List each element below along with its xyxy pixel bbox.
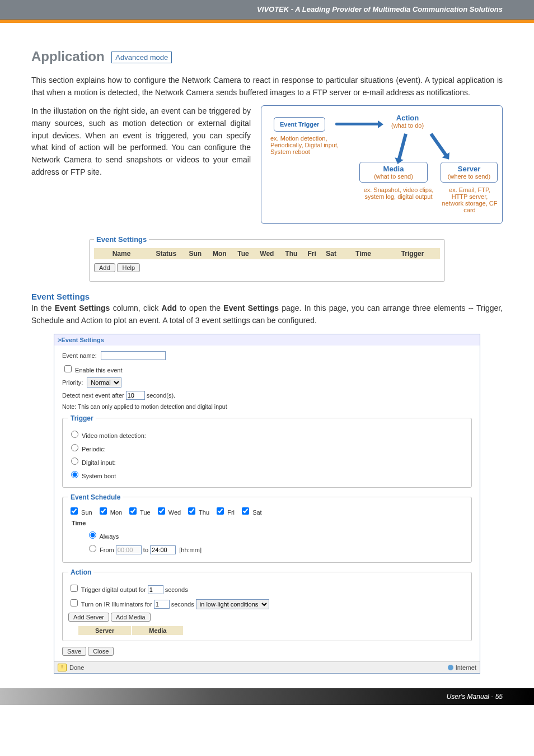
help-button[interactable]: Help bbox=[117, 263, 140, 272]
diagram-action-sub: (what to do) bbox=[391, 122, 424, 129]
action-legend: Action bbox=[68, 568, 93, 576]
day-thu-label: Thu bbox=[199, 509, 209, 516]
arrow-down-right-icon bbox=[430, 133, 448, 157]
arrow-right-icon bbox=[335, 123, 379, 125]
diagram-server-sub: (where to send) bbox=[441, 173, 497, 180]
day-fri-checkbox[interactable] bbox=[217, 507, 224, 515]
diagram-media-title: Media bbox=[360, 165, 427, 173]
save-button[interactable]: Save bbox=[62, 647, 86, 656]
time-to-label: to bbox=[143, 547, 148, 553]
event-settings-body: In the Event Settings column, click Add … bbox=[31, 302, 503, 326]
col-fri: Fri bbox=[303, 248, 321, 259]
status-internet: Internet bbox=[448, 664, 476, 671]
day-sat-label: Sat bbox=[252, 509, 262, 516]
illustration-paragraph: In the illustation on the right side, an… bbox=[31, 105, 251, 178]
trigger-system-boot-radio[interactable] bbox=[71, 471, 78, 478]
time-from-label: From bbox=[100, 547, 114, 553]
col-tue: Tue bbox=[232, 248, 254, 259]
advanced-mode-badge: Advanced mode bbox=[111, 52, 172, 63]
day-tue-label: Tue bbox=[140, 509, 151, 516]
globe-icon bbox=[448, 665, 453, 670]
es-body-b1: Event Settings bbox=[55, 304, 110, 312]
time-always-radio[interactable] bbox=[89, 531, 96, 539]
day-sun-label: Sun bbox=[81, 509, 92, 516]
col-trigger: Trigger bbox=[385, 248, 440, 259]
day-sat-checkbox[interactable] bbox=[242, 507, 249, 515]
page-title: Application Advanced mode bbox=[31, 49, 503, 64]
diagram-event-trigger: Event Trigger bbox=[274, 117, 325, 132]
trigger-periodic-label: Periodic: bbox=[82, 446, 106, 452]
add-media-button[interactable]: Add Media bbox=[111, 613, 151, 622]
page-title-text: Application bbox=[31, 49, 105, 64]
diagram-example-trigger: ex. Motion detection, Periodically, Digi… bbox=[270, 135, 349, 155]
event-settings-dialog: >Event Settings Event name: Enable this … bbox=[54, 334, 480, 674]
col-thu: Thu bbox=[280, 248, 303, 259]
diagram-media: Media (what to send) bbox=[359, 162, 428, 183]
day-wed-checkbox[interactable] bbox=[158, 507, 165, 515]
add-server-button[interactable]: Add Server bbox=[68, 613, 109, 622]
add-button[interactable]: Add bbox=[94, 263, 115, 272]
media-column-header: Media bbox=[132, 626, 183, 635]
diagram-media-sub: (what to send) bbox=[360, 173, 427, 180]
priority-label: Priority: bbox=[62, 379, 83, 386]
status-done: ! Done bbox=[58, 664, 84, 671]
trigger-digital-input-label: Digital input: bbox=[82, 459, 116, 466]
diagram-server-title: Server bbox=[441, 165, 497, 173]
trigger-video-motion-radio[interactable] bbox=[71, 431, 78, 438]
es-body-b3: Event Settings bbox=[223, 304, 279, 312]
day-tue-checkbox[interactable] bbox=[129, 507, 137, 515]
doc-header: VIVOTEK - A Leading Provider of Multimed… bbox=[0, 0, 534, 20]
browser-status-bar: ! Done Internet bbox=[54, 661, 480, 673]
event-name-input[interactable] bbox=[101, 351, 166, 360]
trigger-periodic-radio[interactable] bbox=[71, 444, 78, 451]
trigger-do-value-input[interactable] bbox=[148, 585, 163, 594]
day-thu-checkbox[interactable] bbox=[188, 507, 195, 515]
es-body-2: column, click bbox=[113, 304, 162, 312]
action-fieldset: Action Trigger digital output for second… bbox=[62, 568, 472, 641]
priority-select[interactable]: Normal bbox=[87, 377, 121, 388]
diagram-action: Action (what to do) bbox=[391, 114, 424, 129]
detect-note: Note: This can only applied to motion de… bbox=[62, 403, 472, 410]
time-range-radio[interactable] bbox=[89, 545, 96, 552]
intro-paragraph: This section explains how to configure t… bbox=[31, 74, 503, 99]
event-table: Name Status Sun Mon Tue Wed Thu Fri Sat … bbox=[94, 248, 440, 259]
col-wed: Wed bbox=[254, 248, 280, 259]
ir-checkbox[interactable] bbox=[71, 599, 78, 606]
event-settings-heading: Event Settings bbox=[31, 292, 503, 301]
time-always-label: Always bbox=[99, 533, 119, 540]
event-settings-legend: Event Settings bbox=[94, 235, 149, 244]
trigger-fieldset: Trigger Video motion detection: Periodic… bbox=[62, 414, 472, 488]
detect-seconds-input[interactable] bbox=[126, 391, 145, 400]
es-body-b2: Add bbox=[162, 304, 177, 312]
ir-condition-select[interactable]: in low-light conditions bbox=[196, 599, 269, 609]
diagram-example-media: ex. Snapshot, video clips, system log, d… bbox=[359, 186, 438, 200]
warning-icon: ! bbox=[58, 664, 67, 671]
page-footer: User's Manual - 55 bbox=[0, 688, 534, 705]
day-mon-label: Mon bbox=[110, 509, 122, 516]
day-mon-checkbox[interactable] bbox=[100, 507, 107, 515]
doc-header-title: VIVOTEK - A Leading Provider of Multimed… bbox=[257, 5, 503, 13]
trigger-digital-input-radio[interactable] bbox=[71, 458, 78, 465]
schedule-legend: Event Schedule bbox=[68, 493, 123, 501]
es-body-1: In the bbox=[31, 304, 55, 312]
ir-value-input[interactable] bbox=[154, 600, 170, 609]
day-fri-label: Fri bbox=[227, 509, 235, 516]
time-from-input[interactable] bbox=[116, 545, 142, 554]
trigger-do-suffix: seconds bbox=[165, 586, 188, 593]
col-status: Status bbox=[149, 248, 184, 259]
diagram-example-server: ex. Email, FTP, HTTP server, network sto… bbox=[441, 186, 499, 213]
status-done-text: Done bbox=[69, 664, 84, 670]
col-time: Time bbox=[341, 248, 385, 259]
diagram-server: Server (where to send) bbox=[441, 162, 498, 183]
trigger-legend: Trigger bbox=[68, 414, 96, 422]
close-button[interactable]: Close bbox=[88, 647, 114, 656]
time-hhmm-hint: [hh:mm] bbox=[179, 547, 202, 553]
trigger-do-prefix: Trigger digital output for bbox=[81, 586, 146, 593]
enable-event-checkbox[interactable] bbox=[64, 365, 72, 372]
day-wed-label: Wed bbox=[168, 509, 181, 516]
trigger-do-checkbox[interactable] bbox=[71, 585, 78, 592]
server-media-table: Server Media bbox=[77, 625, 184, 636]
day-sun-checkbox[interactable] bbox=[71, 507, 78, 515]
time-to-input[interactable] bbox=[150, 545, 176, 554]
arrow-down-left-icon bbox=[397, 134, 407, 161]
